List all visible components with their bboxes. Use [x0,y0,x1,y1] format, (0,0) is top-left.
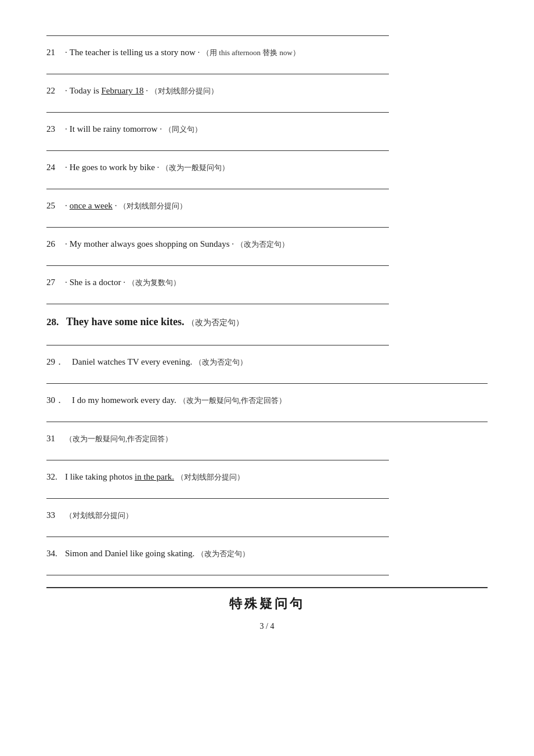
q27-number: 27 [46,275,63,289]
q24-answer-line [46,178,389,189]
q32-instruction: （对划线部分提问） [176,473,244,481]
q23-instruction: （同义句） [164,125,202,134]
question-34: 34. Simon and Daniel like going skating.… [46,543,488,575]
q23-answer-line [46,139,389,151]
q24-bullet2: · [157,163,162,172]
q26-bullet2: · [232,239,236,249]
q23-text: 23 · It will be rainy tomorrow · （同义句） [46,118,488,138]
q26-content: My mother always goes shopping on Sunday… [70,237,488,251]
q25-text: 25 · once a week · （对划线部分提问） [46,195,488,215]
q31-content: （改为一般疑问句,作否定回答） [65,431,488,445]
q27-content: She is a doctor · （改为复数句） [70,275,488,289]
q33-instruction: （对划线部分提问） [65,511,133,520]
q29-text: 29． Daniel watches TV every evening. （改为… [46,351,488,371]
section-title: 特殊疑问句 [46,595,488,613]
q24-bullet: · [65,160,67,174]
question-33: 33 （对划线部分提问） [46,505,488,537]
section-divider [46,587,488,588]
q22-answer-line [46,101,389,113]
q30-content: I do my homework every day. （改为一般疑问句,作否定… [66,393,488,407]
q21-instruction: （用 this afternoon 替换 now） [202,48,300,57]
q31-number: 31 [46,431,63,445]
q28-content: They have some nice kites. （改为否定句） [66,314,488,330]
q27-answer-line [46,293,389,304]
q22-number: 22 [46,84,63,98]
q26-text: 26 · My mother always goes shopping on S… [46,233,488,253]
q23-bullet2: · [160,124,164,134]
q25-number: 25 [46,199,63,213]
question-25: 25 · once a week · （对划线部分提问） [46,195,488,228]
q28-instruction: （改为否定句） [187,318,244,327]
q24-number: 24 [46,160,63,174]
q25-bullet: · [65,199,67,213]
q29-instruction: （改为否定句） [194,358,247,366]
q25-instruction: （对划线部分提问） [119,201,187,210]
q26-number: 26 [46,237,63,251]
question-30: 30． I do my homework every day. （改为一般疑问句… [46,390,488,422]
question-32: 32. I like taking photos in the park. （对… [46,466,488,499]
q25-answer-line [46,216,389,228]
q25-content: once a week · （对划线部分提问） [70,199,488,213]
q27-instruction: （改为复数句） [128,278,181,287]
q21-answer-line [46,63,389,74]
q32-answer-line [46,487,389,499]
q30-answer-line-1 [46,411,488,422]
q22-bullet2: · [146,86,150,95]
q22-instruction: （对划线部分提问） [150,87,218,95]
question-28: 28. They have some nice kites. （改为否定句） [46,310,488,345]
q26-answer-line [46,254,389,266]
question-24: 24 · He goes to work by bike · （改为一般疑问句） [46,157,488,189]
q21-bullet2: · [198,48,203,57]
q34-instruction: （改为否定句） [197,549,250,558]
q25-underline: once a week [70,201,113,210]
q26-bullet: · [65,237,67,251]
q24-content: He goes to work by bike · （改为一般疑问句） [70,160,488,174]
top-answer-line [46,24,389,36]
q26-instruction: （改为否定句） [236,240,289,249]
q34-number: 34. [46,546,63,560]
q30-instruction: （改为一般疑问句,作否定回答） [179,396,286,405]
q31-text: 31 （改为一般疑问句,作否定回答） [46,428,488,448]
q31-instruction: （改为一般疑问句,作否定回答） [65,434,172,443]
q29-answer-line [46,372,488,384]
page: 21 · The teacher is telling us a story n… [0,0,534,756]
q33-text: 33 （对划线部分提问） [46,505,488,524]
q27-bullet: · [65,275,67,289]
q27-bullet2: · [123,278,128,287]
q23-bullet: · [65,122,67,136]
q34-answer-line [46,564,389,575]
question-31: 31 （改为一般疑问句,作否定回答） [46,428,488,460]
q29-content: Daniel watches TV every evening. （改为否定句） [66,355,488,369]
q22-content: Today is February 18 · （对划线部分提问） [70,84,488,98]
q28-number: 28. [46,314,64,330]
q34-text: 34. Simon and Daniel like going skating.… [46,543,488,563]
q29-number: 29． [46,355,64,369]
q32-content: I like taking photos in the park. （对划线部分… [65,470,488,484]
q21-content: The teacher is telling us a story now · … [70,45,488,59]
question-26: 26 · My mother always goes shopping on S… [46,233,488,266]
question-29: 29． Daniel watches TV every evening. （改为… [46,351,488,384]
q32-number: 32. [46,470,63,484]
q32-underline: in the park. [135,472,174,481]
q30-number: 30． [46,393,64,407]
page-number: 3 / 4 [46,622,488,631]
q30-text: 30． I do my homework every day. （改为一般疑问句… [46,390,488,409]
q31-answer-line [46,449,389,460]
q33-content: （对划线部分提问） [65,508,488,522]
q33-answer-line [46,525,389,537]
q21-text: 21 · The teacher is telling us a story n… [46,42,488,62]
q22-underline: February 18 [102,86,144,95]
question-21: 21 · The teacher is telling us a story n… [46,42,488,74]
question-27: 27 · She is a doctor · （改为复数句） [46,272,488,304]
q25-bullet2: · [115,201,120,210]
q22-bullet: · [65,84,67,98]
q32-text: 32. I like taking photos in the park. （对… [46,466,488,486]
question-22: 22 · Today is February 18 · （对划线部分提问） [46,80,488,113]
q21-bullet: · [65,45,67,59]
q23-content: It will be rainy tomorrow · （同义句） [70,122,488,136]
question-23: 23 · It will be rainy tomorrow · （同义句） [46,118,488,151]
q27-text: 27 · She is a doctor · （改为复数句） [46,272,488,291]
q23-number: 23 [46,122,63,136]
q24-instruction: （改为一般疑问句） [161,163,229,172]
q34-content: Simon and Daniel like going skating. （改为… [65,546,488,560]
